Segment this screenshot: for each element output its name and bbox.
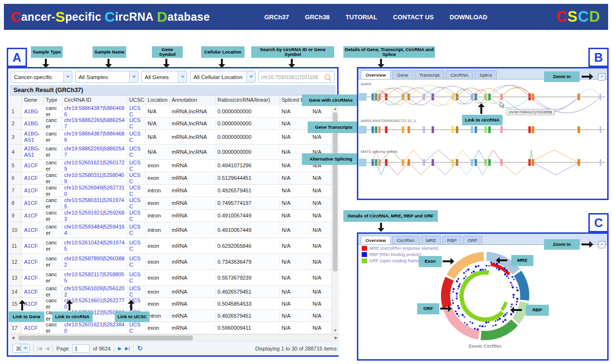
tab-b-gene[interactable]: Gene: [392, 70, 413, 79]
table-row[interactable]: 1A1BGcancerchr19:58864387|58864686UCSCN/…: [10, 106, 340, 118]
ucsc-link[interactable]: UCSC: [127, 285, 146, 298]
table-row[interactable]: 3A1BG-AS1cancerchr19:58864387|58864686UC…: [10, 130, 340, 145]
table-row[interactable]: 14A1CFcancerchr10:52561026|52561202UCSCe…: [10, 286, 340, 298]
circrna-search-input[interactable]: chr16:70301561|7031105: [258, 71, 335, 83]
page-size-select[interactable]: 30: [13, 344, 30, 353]
scroll-down-icon[interactable]: ▼: [333, 327, 337, 334]
gene-select[interactable]: All Genes: [141, 71, 187, 83]
chevron-down-icon[interactable]: [178, 71, 187, 82]
column-header[interactable]: Ratios(circRNA/linear): [216, 95, 280, 106]
ucsc-link[interactable]: UCSC: [127, 117, 146, 130]
nav-grch37[interactable]: GRCh37: [264, 13, 289, 21]
scroll-right-icon[interactable]: ▶: [335, 335, 338, 341]
scrollbar-thumb[interactable]: [18, 336, 193, 340]
gene-link[interactable]: A1CF: [22, 288, 44, 296]
gene-link[interactable]: A1CF: [22, 324, 44, 332]
circrna-id-link[interactable]: chr10:52619601|52622770: [62, 297, 127, 310]
circrna-id-link[interactable]: chr10:52580311|52619745: [62, 197, 127, 210]
ucsc-link[interactable]: UCSC: [127, 172, 146, 185]
tab-b-transcript[interactable]: Transcript: [415, 70, 445, 79]
gene-link[interactable]: A1BG-AS1: [22, 145, 44, 158]
nav-grch38[interactable]: GRCh38: [305, 13, 329, 21]
gene-link[interactable]: A1CF: [22, 258, 44, 266]
chevron-down-icon[interactable]: [129, 71, 138, 82]
table-row[interactable]: 6A1CFcancerchr10:52580311|52580409UCSCex…: [10, 172, 340, 185]
gene-link[interactable]: A1CF: [22, 200, 44, 207]
ucsc-link[interactable]: UCSC: [127, 223, 146, 236]
chevron-down-icon[interactable]: [21, 344, 29, 352]
column-header[interactable]: [10, 95, 22, 106]
open-external-icon[interactable]: ↗: [598, 241, 605, 248]
circrna-id-link[interactable]: chr19:58862265|58862547: [62, 117, 127, 130]
scroll-up-icon[interactable]: ▲: [333, 106, 337, 112]
gene-link[interactable]: A1BG: [22, 120, 44, 127]
scroll-left-icon[interactable]: ◀: [12, 335, 14, 341]
tab-b-circrna[interactable]: CircRNA: [446, 70, 473, 79]
circrna-id-link[interactable]: chr10:52626949|52627310: [62, 184, 127, 197]
circrna-id-link[interactable]: chr10:52593484|52594164: [62, 223, 127, 236]
nav-download[interactable]: DOWNLOAD: [449, 13, 487, 21]
chevron-down-icon[interactable]: [246, 71, 255, 82]
ucsc-link[interactable]: UCSC: [127, 197, 146, 210]
next-page-button[interactable]: ▶: [118, 346, 122, 351]
table-row[interactable]: 2A1BGcancerchr19:58862265|58862547UCSCN/…: [10, 118, 340, 130]
table-row[interactable]: 11A1CFcancerchr10:52610424|52619745UCSCe…: [10, 238, 340, 254]
prev-page-button[interactable]: ◀: [45, 346, 49, 351]
ucsc-link[interactable]: UCSC: [127, 145, 146, 158]
ucsc-link[interactable]: UCSC: [127, 271, 146, 284]
last-page-button[interactable]: ▶|: [125, 346, 130, 351]
tab-b-overview[interactable]: Overview: [361, 70, 391, 79]
ucsc-link[interactable]: UCSC: [127, 106, 146, 118]
tab-b-splice[interactable]: Splice: [475, 70, 497, 79]
page-number-input[interactable]: 1: [72, 344, 90, 353]
ucsc-link[interactable]: UCSC: [127, 239, 146, 252]
ucsc-link[interactable]: UCSC: [127, 255, 146, 268]
open-external-icon[interactable]: ↗: [598, 73, 605, 81]
nav-contact-us[interactable]: CONTACT US: [393, 13, 434, 21]
table-row[interactable]: 15A1CFcancerchr10:52619601|52622770UCSCe…: [10, 298, 340, 310]
table-row[interactable]: 17A1CFcancerchr10:52601621|52623840UCSCe…: [10, 322, 340, 334]
circrna-id-link[interactable]: chr10:52591921|52592683: [62, 209, 127, 222]
gene-link[interactable]: A1CF: [22, 227, 44, 234]
sample-type-select[interactable]: Cancer-specific: [11, 71, 72, 83]
circrna-id-link[interactable]: chr10:52587890|52603882: [62, 255, 127, 268]
circrna-id-link[interactable]: chr19:58864387|58864686: [62, 106, 127, 118]
table-row[interactable]: 8A1CFcancerchr10:52580311|52619745UCSCex…: [10, 197, 340, 210]
ucsc-link[interactable]: UCSC: [127, 184, 146, 197]
table-row[interactable]: 4A1BG-AS1cancerchr19:58862265|58862547UC…: [10, 145, 340, 160]
gene-link[interactable]: A1CF: [22, 274, 44, 282]
ucsc-link[interactable]: UCSC: [127, 321, 146, 334]
ucsc-link[interactable]: UCSC: [127, 159, 146, 172]
column-header[interactable]: Location: [146, 95, 170, 106]
circrna-id-link[interactable]: chr10:52610424|52619745: [62, 239, 127, 252]
gene-link[interactable]: A1CF: [22, 243, 44, 250]
circrna-id-link[interactable]: chr10:52601621|52601729: [62, 159, 127, 172]
column-header[interactable]: Type: [44, 95, 62, 106]
table-row[interactable]: 5A1CFcancerchr10:52601621|52601729UCSCex…: [10, 160, 340, 172]
gene-link[interactable]: A1BG-AS1: [22, 130, 44, 143]
tab-c-circrna[interactable]: CircRNA: [392, 236, 420, 244]
tab-c-mre[interactable]: MRE: [421, 236, 441, 244]
refresh-button[interactable]: ↻: [137, 345, 142, 352]
table-row[interactable]: 12A1CFcancerchr10:52587890|52603882UCSCe…: [10, 254, 340, 270]
table-row[interactable]: 13A1CFcancerchr10:52582117|52588055UCSCe…: [10, 270, 340, 286]
circrna-id-link[interactable]: chr10:52580311|52580409: [62, 172, 127, 185]
table-row[interactable]: 10A1CFcancerchr10:52593484|52594164UCSCi…: [10, 222, 340, 238]
ucsc-link[interactable]: UCSC: [127, 130, 146, 143]
vertical-scrollbar[interactable]: ▲ ▼: [331, 106, 338, 334]
cellular-location-select[interactable]: All Cellular Location: [190, 71, 256, 83]
column-header[interactable]: Gene: [22, 95, 44, 106]
tab-c-rbp[interactable]: RBP: [442, 236, 462, 244]
column-header[interactable]: CircRNA ID: [62, 95, 127, 106]
circrna-id-link[interactable]: chr10:52582117|52588055: [62, 271, 127, 284]
gene-link[interactable]: A1BG: [22, 108, 44, 115]
circrna-id-link[interactable]: chr10:52601621|52623840: [62, 321, 127, 334]
column-header[interactable]: Annotation: [170, 95, 216, 106]
table-row[interactable]: 9A1CFcancerchr10:52591921|52592683UCSCin…: [10, 210, 340, 222]
first-page-button[interactable]: |◀: [37, 346, 42, 351]
gene-link[interactable]: A1CF: [22, 212, 44, 219]
chevron-down-icon[interactable]: [63, 71, 72, 82]
horizontal-scrollbar[interactable]: ◀ ▶: [10, 334, 340, 341]
table-row[interactable]: 7A1CFcancerchr10:52626949|52627310UCSCin…: [10, 185, 340, 197]
ucsc-link[interactable]: UCSC: [127, 209, 146, 222]
